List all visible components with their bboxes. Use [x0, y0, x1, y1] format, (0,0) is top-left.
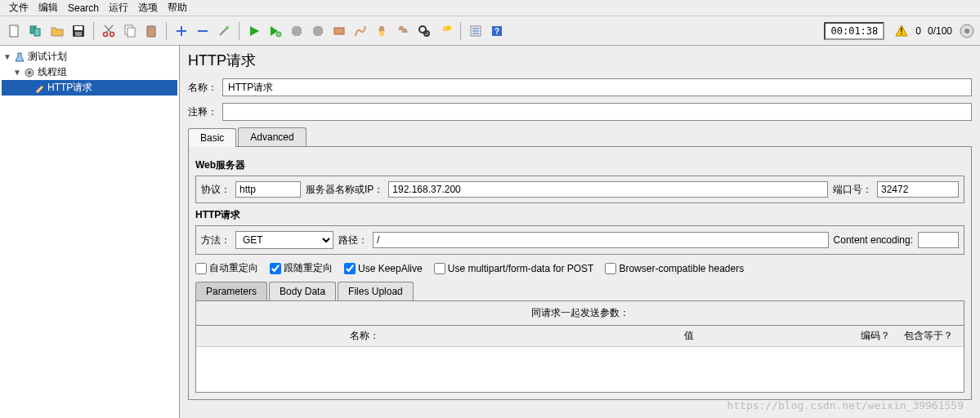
svg-rect-14 — [334, 28, 344, 34]
new-icon[interactable] — [5, 21, 25, 41]
protocol-input[interactable] — [235, 181, 301, 198]
svg-rect-15 — [379, 31, 384, 36]
comment-input[interactable] — [222, 103, 972, 121]
stop-icon[interactable] — [287, 21, 307, 41]
tree-label: HTTP请求 — [47, 81, 92, 95]
path-input[interactable] — [373, 232, 829, 248]
minus-icon[interactable] — [193, 21, 213, 41]
svg-rect-2 — [34, 29, 40, 36]
tab-advanced[interactable]: Advanced — [238, 127, 306, 146]
tab-basic[interactable]: Basic — [188, 128, 236, 147]
menu-search[interactable]: Search — [64, 2, 103, 15]
cut-icon[interactable] — [99, 21, 119, 41]
chk-browser-headers[interactable]: Browser-compatible headers — [605, 263, 744, 274]
separator — [93, 22, 94, 40]
path-label: 路径： — [338, 233, 368, 247]
watermark: https://blog.csdn.net/weixin_39961559 — [727, 399, 964, 411]
function-helper-icon[interactable] — [466, 21, 486, 41]
subtab-files-upload[interactable]: Files Upload — [338, 282, 414, 300]
separator — [239, 22, 239, 40]
start-noTimers-icon[interactable] — [266, 21, 285, 41]
encoding-input[interactable] — [918, 232, 959, 248]
warning-icon[interactable]: ! — [894, 24, 909, 38]
thread-ratio: 0/100 — [928, 25, 952, 37]
remote-stop-icon[interactable] — [351, 21, 370, 41]
tree-thread-group[interactable]: ▼ 线程组 — [2, 64, 177, 80]
col-name[interactable]: 名称： — [203, 329, 527, 343]
tree-panel: ▼ 测试计划 ▼ 线程组 HTTP请求 — [0, 46, 180, 418]
panel-title: HTTP请求 — [188, 51, 972, 70]
svg-rect-4 — [74, 26, 83, 30]
method-select[interactable]: GET — [235, 231, 333, 249]
svg-text:?: ? — [494, 27, 499, 36]
separator — [166, 22, 167, 40]
name-label: 名称： — [188, 81, 217, 95]
parameters-headers: 名称： 值 编码？ 包含等于？ — [196, 326, 964, 347]
start-icon[interactable] — [244, 21, 264, 41]
shutdown-icon[interactable] — [308, 21, 328, 41]
flask-icon — [13, 51, 26, 64]
svg-point-12 — [226, 26, 229, 29]
name-input[interactable] — [222, 78, 972, 96]
tree-label: 测试计划 — [28, 50, 67, 64]
save-icon[interactable] — [69, 21, 88, 41]
wand-icon[interactable] — [214, 21, 234, 41]
parameters-body[interactable] — [196, 347, 964, 392]
expand-arrow-icon[interactable]: ▼ — [3, 52, 11, 61]
separator — [460, 22, 461, 40]
chk-follow-redirect[interactable]: 跟随重定向 — [270, 261, 333, 275]
encoding-label: Content encoding: — [834, 234, 913, 246]
elapsed-time: 00:01:38 — [824, 22, 884, 40]
svg-point-24 — [964, 29, 969, 33]
open-icon[interactable] — [47, 21, 67, 41]
svg-text:!: ! — [901, 27, 903, 36]
port-label: 端口号： — [833, 183, 872, 197]
reset-search-icon[interactable] — [436, 21, 455, 41]
gear-icon — [23, 66, 36, 79]
col-include[interactable]: 包含等于？ — [900, 329, 957, 343]
expand-arrow-icon[interactable]: ▼ — [13, 68, 21, 77]
svg-point-18 — [446, 25, 451, 30]
col-value[interactable]: 值 — [527, 329, 852, 343]
menu-file[interactable]: 文件 — [5, 0, 33, 16]
plus-icon[interactable] — [172, 21, 191, 41]
subtab-parameters[interactable]: Parameters — [195, 282, 267, 300]
menu-options[interactable]: 选项 — [134, 0, 162, 16]
status-indicator-icon — [959, 23, 975, 39]
help-icon[interactable]: ? — [487, 21, 507, 41]
pipette-icon — [33, 82, 46, 95]
chk-keepalive[interactable]: Use KeepAlive — [344, 263, 423, 274]
port-input[interactable] — [877, 181, 959, 198]
menu-run[interactable]: 运行 — [105, 0, 132, 16]
protocol-label: 协议： — [201, 183, 230, 197]
server-label: 服务器名称或IP： — [306, 183, 383, 197]
http-request-title: HTTP请求 — [195, 208, 964, 222]
svg-rect-5 — [75, 32, 82, 36]
paste-icon[interactable] — [141, 21, 161, 41]
menu-edit[interactable]: 编辑 — [34, 0, 62, 16]
warning-count: 0 — [915, 25, 921, 37]
copy-icon[interactable] — [120, 21, 140, 41]
remote-start-icon[interactable] — [329, 21, 349, 41]
svg-rect-9 — [128, 28, 135, 37]
subtab-body-data[interactable]: Body Data — [269, 282, 336, 300]
templates-icon[interactable] — [26, 21, 46, 41]
svg-point-26 — [28, 71, 31, 74]
svg-rect-11 — [149, 25, 154, 28]
parameters-panel: 同请求一起发送参数： 名称： 值 编码？ 包含等于？ — [195, 300, 964, 393]
tab-content-basic: Web服务器 协议： 服务器名称或IP： 端口号： HTTP请求 方法： GET… — [188, 146, 972, 400]
toolbar: ? 00:01:38 ! 0 0/100 — [0, 16, 980, 46]
menu-help[interactable]: 帮助 — [163, 0, 191, 16]
chk-multipart[interactable]: Use multipart/form-data for POST — [434, 263, 594, 274]
server-input[interactable] — [388, 181, 828, 198]
menu-bar: 文件 编辑 Search 运行 选项 帮助 — [0, 0, 980, 16]
web-server-title: Web服务器 — [195, 158, 964, 172]
clear-icon[interactable] — [372, 21, 392, 41]
clear-all-icon[interactable] — [393, 21, 413, 41]
tree-http-request[interactable]: HTTP请求 — [2, 80, 177, 96]
col-encode[interactable]: 编码？ — [851, 329, 900, 343]
search-icon[interactable] — [414, 21, 434, 41]
chk-auto-redirect[interactable]: 自动重定向 — [195, 261, 258, 275]
comment-label: 注释： — [188, 105, 217, 119]
tree-test-plan[interactable]: ▼ 测试计划 — [2, 49, 177, 64]
